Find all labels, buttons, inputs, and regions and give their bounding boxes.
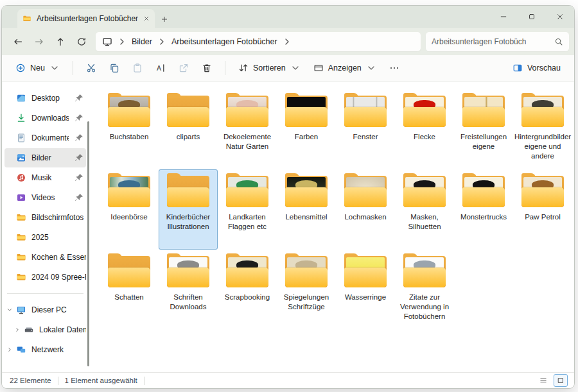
chevron-down-icon[interactable] — [6, 307, 13, 313]
folder-tile[interactable]: Flecke — [395, 89, 454, 169]
desktop-icon — [16, 93, 26, 103]
navigation-pane: Desktop Downloads Dokumente Bilder Musik… — [2, 81, 90, 372]
folder-icon — [16, 252, 26, 262]
sidebar-item-2025[interactable]: 2025 — [4, 228, 86, 247]
folder-tile[interactable]: Landkarten Flaggen etc — [218, 169, 277, 250]
clipboard-icon — [132, 63, 143, 73]
sidebar-item-label: Videos — [31, 193, 69, 202]
pin-icon — [74, 173, 84, 183]
folder-tile[interactable]: Kinderbücher Illustrationen — [159, 169, 218, 250]
folder-icon — [223, 253, 271, 290]
new-button[interactable]: Neu — [10, 59, 66, 77]
plus-icon — [161, 15, 168, 23]
copy-button[interactable] — [103, 59, 125, 77]
up-button[interactable] — [49, 32, 71, 51]
maximize-button[interactable] — [518, 6, 546, 27]
breadcrumb-item[interactable]: Bilder — [132, 37, 152, 46]
view-button[interactable]: Anzeigen — [308, 59, 382, 77]
back-button[interactable] — [7, 32, 28, 51]
folder-tile[interactable]: Ideenbörse — [100, 169, 159, 250]
new-tab-button[interactable] — [155, 10, 174, 28]
folder-tile[interactable]: Dekoelemente Natur Garten — [218, 89, 277, 169]
sidebar-item-2024-09-spree-f[interactable]: 2024 09 Spree-F — [4, 268, 86, 287]
folder-tile[interactable]: Freistellungen eigene — [454, 89, 513, 169]
close-button[interactable] — [546, 6, 574, 27]
folder-tile[interactable]: Spiegelungen Schriftzüge — [277, 250, 336, 330]
delete-button[interactable] — [196, 59, 218, 77]
sidebar-scrollbar[interactable] — [87, 121, 89, 366]
minimize-button[interactable] — [489, 6, 518, 27]
sidebar-item-label: Kochen & Essen — [31, 253, 86, 262]
breadcrumb[interactable]: BilderArbeitsunterlagen Fotobücher — [96, 32, 421, 51]
folder-icon — [342, 173, 389, 210]
folder-tile[interactable]: Schriften Downloads — [159, 250, 218, 330]
preview-button[interactable]: Vorschau — [507, 59, 566, 77]
search-input[interactable]: Arbeitsunterlagen Fotobüch — [426, 32, 569, 51]
sidebar-item-label: Bildschirmfotos — [31, 213, 86, 222]
sidebar-item-netzwerk[interactable]: Netzwerk — [4, 340, 86, 359]
folder-grid: Buchstaben cliparts Dekoelemente Natur G… — [90, 81, 574, 330]
drive-icon — [24, 325, 34, 335]
folder-tile[interactable]: Buchstaben — [100, 89, 159, 169]
view-layout-icon — [313, 63, 324, 73]
folder-name: Flecke — [414, 132, 435, 142]
sidebar-item-dokumente[interactable]: Dokumente — [4, 128, 86, 148]
breadcrumb-item[interactable]: Arbeitsunterlagen Fotobücher — [171, 37, 277, 46]
file-explorer-window: Arbeitsunterlagen Fotobücher BilderArbei… — [1, 5, 575, 389]
folder-tile[interactable]: Wasserringe — [336, 250, 395, 330]
sidebar-item-label: Netzwerk — [31, 345, 86, 354]
folder-tile[interactable]: Paw Petrol — [513, 169, 572, 250]
icon-view-toggle[interactable] — [554, 374, 568, 387]
status-divider — [144, 377, 144, 385]
sidebar-item-desktop[interactable]: Desktop — [4, 89, 86, 108]
chevron-right-icon[interactable] — [6, 346, 13, 353]
rename-button[interactable]: A — [150, 59, 171, 77]
folder-name: Masken, Silhuetten — [396, 212, 453, 232]
sidebar-item-videos[interactable]: Videos — [4, 188, 86, 207]
more-button[interactable] — [383, 59, 405, 77]
folder-tile[interactable]: Lochmasken — [336, 169, 395, 250]
sidebar-item-downloads[interactable]: Downloads — [4, 108, 86, 128]
folder-name: Scrapbooking — [225, 293, 270, 302]
icon-view-icon — [557, 377, 565, 384]
list-view-toggle[interactable] — [537, 375, 550, 386]
folder-tile[interactable]: Farben — [277, 89, 336, 169]
folder-icon — [164, 92, 212, 130]
folder-tile[interactable]: Hintergrundbilder eigene und andere — [513, 89, 572, 169]
folder-tile[interactable]: Schatten — [100, 250, 159, 330]
folder-icon — [105, 253, 153, 290]
refresh-button[interactable] — [71, 32, 92, 51]
sidebar-item-label: Musik — [31, 173, 69, 182]
sidebar-item-kochen-essen[interactable]: Kochen & Essen — [4, 248, 86, 267]
folder-tile[interactable]: Scrapbooking — [218, 250, 277, 330]
sidebar-item-dieser-pc[interactable]: Dieser PC — [4, 300, 86, 320]
folder-icon — [401, 92, 448, 130]
folder-tile[interactable]: Lebensmittel — [277, 169, 336, 250]
explorer-tab[interactable]: Arbeitsunterlagen Fotobücher — [17, 9, 155, 28]
sidebar-item-musik[interactable]: Musik — [4, 168, 86, 187]
sidebar-item-lokaler-datent[interactable]: Lokaler Datent — [4, 320, 86, 339]
tab-close-icon[interactable] — [143, 15, 150, 22]
sidebar-item-bildschirmfotos[interactable]: Bildschirmfotos — [4, 208, 86, 227]
folder-icon — [401, 253, 448, 290]
cut-button[interactable] — [80, 59, 102, 77]
selection-count: 1 Element ausgewählt — [65, 377, 137, 384]
folder-tile[interactable]: Monstertrucks — [454, 169, 513, 250]
folder-tile[interactable]: Fenster — [336, 89, 395, 169]
folder-tile[interactable]: Masken, Silhuetten — [395, 169, 454, 250]
folder-tile[interactable]: cliparts — [159, 89, 218, 169]
paste-button[interactable] — [127, 59, 148, 77]
chevron-right-icon[interactable] — [14, 327, 21, 333]
sort-button[interactable]: Sortieren — [232, 59, 306, 77]
preview-pane-icon — [512, 63, 523, 73]
document-icon — [16, 133, 26, 143]
folder-icon — [16, 272, 26, 282]
file-list-pane: Buchstaben cliparts Dekoelemente Natur G… — [90, 81, 574, 372]
folder-tile[interactable]: Zitate zur Verwendung in Fotobüchern — [395, 250, 454, 330]
forward-button[interactable] — [28, 32, 49, 51]
folder-icon — [460, 173, 507, 210]
folder-icon — [460, 92, 507, 130]
sidebar-item-bilder[interactable]: Bilder — [4, 148, 86, 167]
chevron-down-icon — [49, 63, 60, 73]
share-button[interactable] — [173, 59, 195, 77]
